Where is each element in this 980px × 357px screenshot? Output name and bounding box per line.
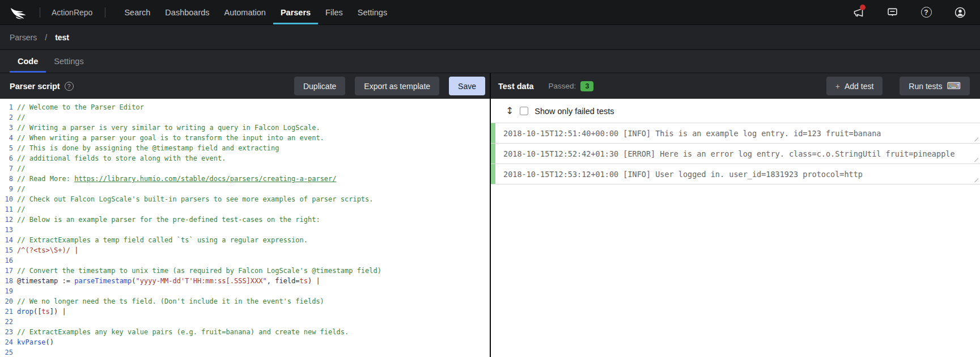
editor-line: 14// ExtractExamples a temp field called… [0, 235, 490, 245]
toolbar: Parser script ? Duplicate Export as temp… [0, 73, 980, 99]
line-code[interactable] [17, 225, 490, 235]
test-controls: ↕ Show only failed tests [491, 99, 980, 123]
test-passed-bar [491, 123, 495, 143]
line-code[interactable]: drop([ts]) | [17, 306, 490, 317]
nav-item-automation[interactable]: Automation [217, 0, 273, 24]
line-number: 2 [0, 112, 17, 123]
line-number: 3 [0, 123, 17, 133]
content: 1// Welcome to the Parser Editor2//3// W… [0, 99, 980, 357]
parser-script-help-icon[interactable]: ? [65, 82, 74, 91]
line-code[interactable]: // [17, 163, 490, 174]
nav-spacer [394, 0, 852, 24]
line-number: 16 [0, 255, 17, 266]
test-passed-bar [491, 144, 495, 163]
account-icon[interactable] [954, 6, 966, 19]
line-code[interactable]: // [17, 184, 490, 194]
test-case-row[interactable]: 2018-10-15T12:53:12+01:00 [INFO] User lo… [491, 164, 980, 184]
line-code[interactable]: /^(?<ts>\S+)/ | [17, 245, 490, 255]
line-code[interactable]: // Writing a parser is very similar to w… [17, 123, 490, 133]
line-code[interactable]: @timestamp := parseTimestamp("yyyy-MM-dd… [17, 276, 490, 286]
editor-line: 4// When writing a parser your goal is t… [0, 133, 490, 143]
line-code[interactable] [17, 317, 490, 327]
line-code[interactable]: // ExtractExamples a temp field called `… [17, 235, 490, 245]
repo-name[interactable]: ActionRepo [40, 0, 105, 24]
line-code[interactable]: // Below is an example parser for the pr… [17, 215, 490, 225]
line-number: 19 [0, 286, 17, 296]
duplicate-button[interactable]: Duplicate [294, 77, 345, 95]
line-code[interactable]: // Convert the timestamp to unix time (a… [17, 266, 490, 276]
line-code[interactable]: // Welcome to the Parser Editor [17, 102, 490, 112]
line-number: 24 [0, 337, 17, 347]
editor-line: 25 [0, 347, 490, 357]
nav-item-parsers[interactable]: Parsers [273, 0, 318, 24]
line-code[interactable]: // [17, 112, 490, 123]
line-code[interactable] [17, 255, 490, 266]
line-code[interactable]: // This is done by assigning the @timest… [17, 143, 490, 153]
falcon-icon [9, 5, 32, 20]
toolbar-left: Parser script ? Duplicate Export as temp… [0, 73, 491, 99]
test-case-text: 2018-10-15T12:53:12+01:00 [INFO] User lo… [503, 170, 863, 179]
tab-settings[interactable]: Settings [46, 50, 91, 73]
doc-link[interactable]: https://library.humio.com/stable/docs/pa… [74, 175, 336, 183]
breadcrumb-parsers-link[interactable]: Parsers [10, 33, 37, 42]
line-code[interactable]: // [17, 204, 490, 215]
announcements-icon[interactable] [852, 6, 864, 19]
line-number: 8 [0, 174, 17, 184]
line-number: 6 [0, 153, 17, 163]
messages-icon[interactable] [886, 6, 898, 19]
resize-grip-icon[interactable] [973, 136, 978, 141]
nav-item-dashboards[interactable]: Dashboards [158, 0, 217, 24]
resize-grip-icon[interactable] [973, 177, 978, 182]
editor-line: 22 [0, 317, 490, 327]
line-code[interactable]: kvParse() [17, 337, 490, 347]
parser-code-editor[interactable]: 1// Welcome to the Parser Editor2//3// W… [0, 99, 491, 357]
line-code[interactable]: // When writing a parser your goal is to… [17, 133, 490, 143]
tab-bar: Code Settings [0, 49, 980, 73]
line-number: 7 [0, 163, 17, 174]
line-number: 15 [0, 245, 17, 255]
tab-code[interactable]: Code [10, 50, 46, 73]
line-code[interactable]: // additional fields to store along with… [17, 153, 490, 163]
line-number: 23 [0, 327, 17, 337]
editor-line: 16 [0, 255, 490, 266]
passed-label: Passed: [549, 82, 576, 90]
add-test-button[interactable]: + Add test [826, 77, 883, 95]
line-code[interactable]: // Read More: https://library.humio.com/… [17, 174, 490, 184]
editor-line: 15/^(?<ts>\S+)/ | [0, 245, 490, 255]
nav-items: SearchDashboardsAutomationParsersFilesSe… [117, 0, 394, 24]
editor-line: 19 [0, 286, 490, 296]
save-button[interactable]: Save [449, 77, 485, 95]
plus-icon: + [835, 82, 840, 91]
editor-line: 17// Convert the timestamp to unix time … [0, 266, 490, 276]
breadcrumb-current: test [55, 33, 69, 42]
crowdstrike-falcon-logo[interactable] [0, 0, 40, 24]
line-code[interactable]: // Check out Falcon LogScale's built-in … [17, 194, 490, 204]
editor-line: 18@timestamp := parseTimestamp("yyyy-MM-… [0, 276, 490, 286]
line-number: 14 [0, 235, 17, 245]
test-data-panel: ↕ Show only failed tests 2018-10-15T12:5… [491, 99, 980, 357]
line-code[interactable]: // We no longer need the ts field. (Don'… [17, 296, 490, 306]
line-number: 4 [0, 133, 17, 143]
nav-item-files[interactable]: Files [318, 0, 350, 24]
show-only-failed-checkbox[interactable] [520, 107, 528, 115]
nav-item-settings[interactable]: Settings [350, 0, 394, 24]
test-case-row[interactable]: 2018-10-15T12:51:40+00:00 [INFO] This is… [491, 123, 980, 144]
nav-item-search[interactable]: Search [117, 0, 158, 24]
export-as-template-button[interactable]: Export as template [355, 77, 439, 95]
line-code[interactable]: // ExtractExamples any key value pairs (… [17, 327, 490, 337]
line-code[interactable] [17, 286, 490, 296]
test-case-row[interactable]: 2018-10-15T12:52:42+01:30 [ERROR] Here i… [491, 144, 980, 164]
editor-line: 10// Check out Falcon LogScale's built-i… [0, 194, 490, 204]
editor-line: 21drop([ts]) | [0, 306, 490, 317]
resize-updown-icon[interactable]: ↕ [506, 106, 514, 116]
line-number: 1 [0, 102, 17, 112]
editor-line: 9// [0, 184, 490, 194]
resize-grip-icon[interactable] [973, 156, 978, 162]
run-tests-button[interactable]: Run tests ⌨ [900, 77, 970, 95]
test-case-text: 2018-10-15T12:52:42+01:30 [ERROR] Here i… [503, 149, 955, 158]
line-number: 12 [0, 215, 17, 225]
line-code[interactable] [17, 347, 490, 357]
help-icon[interactable]: ? [920, 6, 932, 19]
test-passed-bar [491, 164, 495, 184]
editor-line: 5// This is done by assigning the @times… [0, 143, 490, 153]
